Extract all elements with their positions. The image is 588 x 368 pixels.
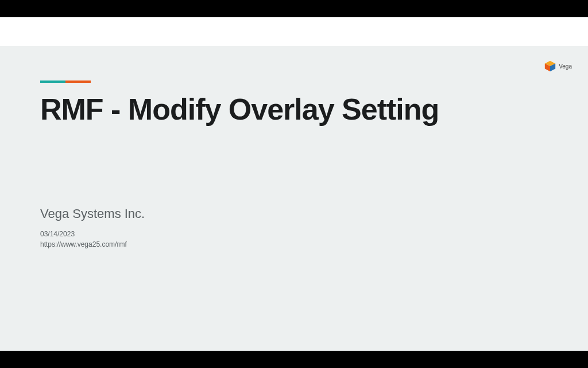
cube-icon [544, 60, 556, 72]
accent-bar [40, 80, 91, 83]
title-slide: Vega RMF - Modify Overlay Setting Vega S… [0, 46, 588, 351]
accent-teal [40, 80, 65, 83]
brand-logo: Vega [544, 60, 572, 72]
white-strip [0, 17, 588, 46]
slide-url: https://www.vega25.com/rmf [40, 240, 548, 250]
slide-title: RMF - Modify Overlay Setting [40, 93, 548, 126]
brand-label: Vega [559, 63, 572, 70]
letterbox-bottom [0, 351, 588, 368]
presentation-frame: Vega RMF - Modify Overlay Setting Vega S… [0, 0, 588, 368]
letterbox-top [0, 0, 588, 17]
company-name: Vega Systems Inc. [40, 206, 548, 221]
slide-date: 03/14/2023 [40, 229, 548, 239]
accent-orange [65, 80, 91, 83]
slide-meta: 03/14/2023 https://www.vega25.com/rmf [40, 229, 548, 250]
